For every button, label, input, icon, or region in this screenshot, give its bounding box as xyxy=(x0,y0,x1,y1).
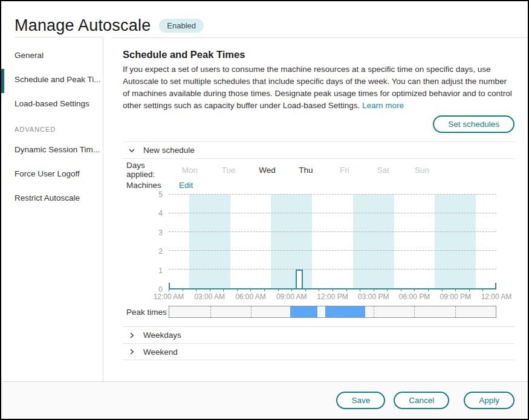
axis-end-tick xyxy=(169,283,170,288)
set-schedules-button[interactable]: Set schedules xyxy=(433,115,514,133)
peak-bar-divider xyxy=(333,306,333,317)
dialog-header: Manage Autoscale Enabled xyxy=(1,1,528,37)
days-applied-label: Days applied: xyxy=(126,161,170,179)
chart-gridline xyxy=(169,213,496,213)
chevron-down-icon xyxy=(128,147,135,154)
chart-hour-ticks xyxy=(169,289,496,291)
day-sun: Sun xyxy=(403,166,441,175)
chart-gridline xyxy=(169,269,496,270)
peak-bar-divider xyxy=(455,306,456,317)
dialog-footer: Save Cancel Apply xyxy=(1,381,528,419)
machines-row: Machines Edit xyxy=(126,179,496,191)
x-tick-5: 03:00 PM xyxy=(358,292,389,301)
new-schedule-title: New schedule xyxy=(143,146,195,155)
peak-times-label: Peak times xyxy=(126,308,169,317)
section-heading: Schedule and Peak Times xyxy=(123,49,514,60)
axis-end-tick xyxy=(495,283,496,288)
day-tue: Tue xyxy=(209,166,248,175)
machines-chart-plot xyxy=(169,195,496,289)
sidebar-item-load-based-settings[interactable]: Load-based Settings xyxy=(15,92,103,116)
peak-bar-divider xyxy=(292,306,293,317)
peak-shaded-band xyxy=(189,195,230,288)
chart-gridline xyxy=(169,194,496,195)
y-tick-4: 4 xyxy=(126,209,163,218)
y-tick-5: 5 xyxy=(126,190,163,199)
sidebar-item-force-user-logoff[interactable]: Force User Logoff xyxy=(15,162,103,186)
day-wed: Wed xyxy=(248,166,287,175)
active-sidebar-indicator xyxy=(1,69,4,93)
peak-bar-divider xyxy=(374,306,374,317)
peak-shaded-band xyxy=(435,195,476,288)
peak-time-segment xyxy=(325,306,365,317)
machines-edit-link[interactable]: Edit xyxy=(179,181,193,190)
apply-button[interactable]: Apply xyxy=(464,392,514,409)
chevron-right-icon xyxy=(128,332,135,339)
day-thu: Thu xyxy=(287,166,325,175)
peak-shaded-band xyxy=(271,195,312,288)
peak-times-row: Peak times xyxy=(126,306,496,318)
days-applied-row: Days applied: Mon Tue Wed Thu Fri Sat Su… xyxy=(126,164,496,176)
status-badge: Enabled xyxy=(159,19,204,33)
x-tick-1: 03:00 AM xyxy=(194,292,225,301)
day-fri: Fri xyxy=(325,166,364,175)
machines-step-segment xyxy=(296,270,303,288)
new-schedule-body: Days applied: Mon Tue Wed Thu Fri Sat Su… xyxy=(123,158,514,326)
y-tick-2: 2 xyxy=(126,247,163,256)
description-text: If you expect a set of users to consume … xyxy=(123,65,512,110)
sidebar-item-general[interactable]: General xyxy=(15,44,103,68)
peak-times-bar[interactable] xyxy=(169,306,496,318)
peak-shaded-band xyxy=(353,195,394,288)
chart-gridline xyxy=(169,250,496,251)
peak-time-segment xyxy=(290,306,317,317)
weekend-title: Weekend xyxy=(143,347,178,357)
x-tick-3: 09:00 AM xyxy=(276,292,307,301)
new-schedule-accordion-header[interactable]: New schedule xyxy=(123,141,514,158)
machines-chart: 5 4 3 2 1 0 12:00 AM 03:00 AM 06:00 xyxy=(126,195,496,302)
peak-bar-divider xyxy=(251,306,252,317)
weekend-accordion-header[interactable]: Weekend xyxy=(123,343,514,360)
day-mon: Mon xyxy=(170,166,209,175)
x-tick-6: 06:00 PM xyxy=(399,292,430,301)
main-panel: Schedule and Peak Times If you expect a … xyxy=(111,37,528,381)
x-tick-4: 12:00 PM xyxy=(317,292,348,301)
x-tick-7: 09:00 PM xyxy=(440,292,471,301)
weekdays-title: Weekdays xyxy=(143,331,181,340)
x-tick-2: 06:00 AM xyxy=(235,292,266,301)
sidebar: General Schedule and Peak Ti... Load-bas… xyxy=(1,37,103,381)
sidebar-section-advanced: ADVANCED xyxy=(15,121,103,138)
manage-autoscale-dialog: Manage Autoscale Enabled General Schedul… xyxy=(0,0,529,420)
page-title: Manage Autoscale xyxy=(15,16,151,35)
schedules-accordion: New schedule Days applied: Mon Tue Wed T… xyxy=(123,141,514,360)
peak-bar-divider xyxy=(414,306,415,317)
section-description: If you expect a set of users to consume … xyxy=(123,63,514,112)
peak-bar-divider xyxy=(210,306,211,317)
weekdays-accordion-header[interactable]: Weekdays xyxy=(123,326,514,343)
chevron-right-icon xyxy=(128,348,135,355)
day-sat: Sat xyxy=(364,166,403,175)
machines-label: Machines xyxy=(126,181,179,190)
chart-gridline xyxy=(169,231,496,232)
y-tick-3: 3 xyxy=(126,228,163,237)
sidebar-item-restrict-autoscale[interactable]: Restrict Autoscale xyxy=(15,186,103,210)
learn-more-link[interactable]: Learn more xyxy=(362,101,404,110)
cancel-button[interactable]: Cancel xyxy=(394,392,449,409)
y-tick-1: 1 xyxy=(126,267,163,275)
chart-x-axis: 12:00 AM 03:00 AM 06:00 AM 09:00 AM 12:0… xyxy=(169,292,496,302)
x-tick-0: 12:00 AM xyxy=(154,292,184,301)
sidebar-item-schedule-and-peak-times[interactable]: Schedule and Peak Ti... xyxy=(15,68,103,92)
chart-y-axis: 5 4 3 2 1 0 xyxy=(126,195,163,289)
sidebar-item-dynamic-session-timeouts[interactable]: Dynamic Session Tim... xyxy=(15,138,103,162)
save-button[interactable]: Save xyxy=(336,392,385,409)
x-tick-8: 12:00 AM xyxy=(481,292,512,301)
